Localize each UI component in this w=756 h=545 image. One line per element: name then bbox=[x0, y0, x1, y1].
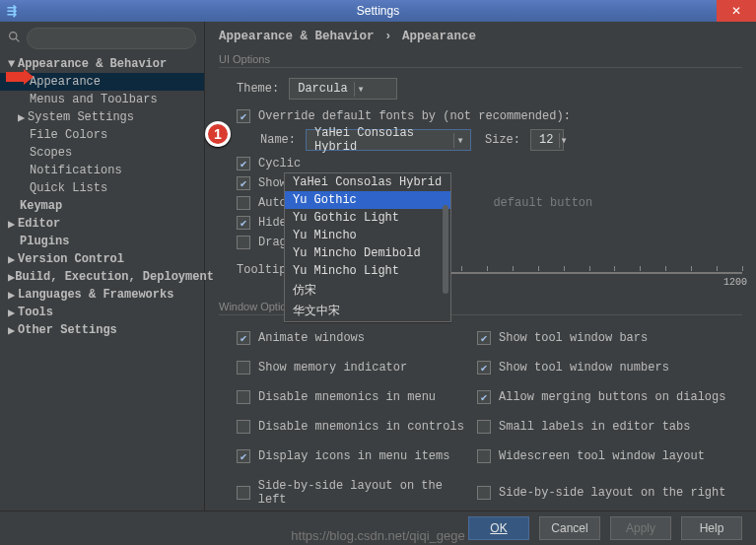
breadcrumb-b: Appearance bbox=[402, 30, 476, 43]
chevron-down-icon: ▾ bbox=[559, 133, 567, 148]
cancel-button[interactable]: Cancel bbox=[539, 516, 600, 540]
sbs-right-checkbox[interactable] bbox=[477, 486, 491, 500]
section-ui-options: UI Options bbox=[219, 53, 742, 68]
close-button[interactable]: ✕ bbox=[717, 0, 756, 22]
scrollbar-thumb[interactable] bbox=[443, 205, 448, 294]
breadcrumb-sep-icon: › bbox=[384, 30, 392, 43]
font-option[interactable]: YaHei Consolas Hybrid bbox=[285, 173, 450, 191]
widescreen-checkbox[interactable] bbox=[477, 449, 491, 463]
tree-appearance[interactable]: Appearance bbox=[0, 73, 204, 91]
tree-label: Quick Lists bbox=[30, 181, 107, 195]
search-icon bbox=[8, 31, 21, 46]
override-fonts-label: Override default fonts by (not recommend… bbox=[258, 109, 571, 123]
svg-line-1 bbox=[16, 38, 19, 41]
allow-merging-checkbox[interactable] bbox=[477, 390, 491, 404]
tree-label: Build, Execution, Deployment bbox=[15, 270, 214, 284]
close-icon: ✕ bbox=[731, 4, 741, 18]
tree-label: Version Control bbox=[18, 252, 124, 266]
theme-label: Theme: bbox=[237, 82, 279, 96]
font-dropdown-list[interactable]: YaHei Consolas Hybrid Yu Gothic Yu Gothi… bbox=[284, 172, 451, 322]
settings-tree: ▼Appearance & Behavior Appearance Menus … bbox=[0, 55, 204, 339]
show-tool-bars-checkbox[interactable] bbox=[477, 331, 491, 345]
cyclic-checkbox[interactable] bbox=[237, 157, 250, 170]
display-icons-checkbox[interactable] bbox=[237, 449, 250, 463]
apply-button[interactable]: Apply bbox=[610, 516, 671, 540]
tree-languages[interactable]: ▶Languages & Frameworks bbox=[0, 286, 204, 304]
tree-menus-toolbars[interactable]: Menus and Toolbars bbox=[0, 91, 204, 108]
tree-label: Other Settings bbox=[18, 323, 117, 337]
show-tool-numbers-checkbox[interactable] bbox=[477, 361, 491, 375]
show-memory-checkbox[interactable] bbox=[237, 361, 250, 375]
breadcrumb: Appearance & Behavior › Appearance bbox=[219, 30, 742, 43]
tree-label: Appearance & Behavior bbox=[18, 57, 167, 71]
tree-label: System Settings bbox=[28, 110, 134, 124]
ok-button[interactable]: OK bbox=[468, 516, 529, 540]
search-input[interactable] bbox=[27, 28, 196, 49]
font-size-select[interactable]: 12 ▾ bbox=[530, 129, 564, 151]
disable-mnemonics-controls-checkbox[interactable] bbox=[237, 420, 250, 434]
tree-label: Languages & Frameworks bbox=[18, 288, 173, 302]
theme-select[interactable]: Darcula ▾ bbox=[289, 78, 397, 100]
dragn-checkbox[interactable] bbox=[237, 236, 250, 249]
tree-label: Scopes bbox=[30, 146, 72, 160]
tree-label: Appearance bbox=[30, 75, 101, 89]
font-option[interactable]: Yu Mincho Demibold bbox=[285, 244, 450, 262]
show-memory-label: Show memory indicator bbox=[258, 361, 407, 375]
display-icons-label: Display icons in menu items bbox=[258, 449, 449, 463]
font-size-value: 12 bbox=[539, 133, 553, 147]
show-icons-checkbox[interactable] bbox=[237, 176, 250, 190]
tree-file-colors[interactable]: File Colors bbox=[0, 126, 204, 144]
animate-windows-label: Animate windows bbox=[258, 331, 365, 345]
tree-label: Tools bbox=[18, 306, 53, 319]
tree-tools[interactable]: ▶Tools bbox=[0, 304, 204, 321]
tree-editor[interactable]: ▶Editor bbox=[0, 215, 204, 233]
tooltip-delay-slider[interactable]: 0 1200 bbox=[436, 259, 742, 281]
tree-build[interactable]: ▶Build, Execution, Deployment bbox=[0, 268, 204, 286]
sbs-right-label: Side-by-side layout on the right bbox=[499, 486, 725, 500]
tree-system-settings[interactable]: ▶System Settings bbox=[0, 108, 204, 126]
tree-version-control[interactable]: ▶Version Control bbox=[0, 250, 204, 268]
font-option[interactable]: Yu Gothic Light bbox=[285, 209, 450, 227]
tree-appearance-behavior[interactable]: ▼Appearance & Behavior bbox=[0, 55, 204, 73]
tree-quick-lists[interactable]: Quick Lists bbox=[0, 179, 204, 197]
ok-label: OK bbox=[490, 521, 507, 535]
font-name-select[interactable]: YaHei Consolas Hybrid ▾ bbox=[306, 129, 471, 151]
cyclic-label: Cyclic bbox=[258, 157, 301, 170]
window-title: Settings bbox=[0, 4, 756, 18]
annotation-badge-1: 1 bbox=[205, 121, 231, 147]
font-option[interactable]: 华文中宋 bbox=[285, 301, 450, 321]
widescreen-label: Widescreen tool window layout bbox=[499, 449, 705, 463]
breadcrumb-a: Appearance & Behavior bbox=[219, 30, 375, 43]
apply-label: Apply bbox=[626, 521, 655, 535]
font-size-label: Size: bbox=[485, 133, 520, 147]
chevron-down-icon: ▾ bbox=[354, 82, 368, 97]
disable-mnemonics-menu-checkbox[interactable] bbox=[237, 390, 250, 404]
tree-scopes[interactable]: Scopes bbox=[0, 144, 204, 162]
tree-label: Menus and Toolbars bbox=[30, 93, 158, 106]
tree-notifications[interactable]: Notifications bbox=[0, 162, 204, 179]
tree-other[interactable]: ▶Other Settings bbox=[0, 321, 204, 339]
hide-nav-checkbox[interactable] bbox=[237, 216, 250, 230]
help-button[interactable]: Help bbox=[681, 516, 742, 540]
tree-plugins[interactable]: Plugins bbox=[0, 233, 204, 250]
override-fonts-checkbox[interactable] bbox=[237, 109, 250, 123]
font-option[interactable]: Yu Mincho Light bbox=[285, 262, 450, 280]
badge-number: 1 bbox=[214, 126, 222, 142]
chevron-down-icon: ▾ bbox=[453, 133, 466, 148]
small-labels-checkbox[interactable] bbox=[477, 420, 491, 434]
tree-label: Notifications bbox=[30, 164, 122, 177]
dialog-footer: OK Cancel Apply Help bbox=[0, 511, 756, 545]
disable-mnemonics-controls-label: Disable mnemonics in controls bbox=[258, 420, 464, 434]
cancel-label: Cancel bbox=[551, 521, 587, 535]
show-tool-numbers-label: Show tool window numbers bbox=[499, 361, 669, 375]
font-option[interactable]: Yu Mincho bbox=[285, 227, 450, 244]
font-option[interactable]: Yu Gothic bbox=[285, 191, 450, 209]
app-logo-icon: ⇶ bbox=[2, 1, 22, 21]
automat-checkbox[interactable] bbox=[237, 196, 250, 210]
font-option[interactable]: 仿宋 bbox=[285, 280, 450, 301]
titlebar: ⇶ Settings ✕ bbox=[0, 0, 756, 22]
animate-windows-checkbox[interactable] bbox=[237, 331, 250, 345]
tree-keymap[interactable]: Keymap bbox=[0, 197, 204, 215]
sbs-left-checkbox[interactable] bbox=[237, 486, 250, 500]
font-name-label: Name: bbox=[260, 133, 296, 147]
